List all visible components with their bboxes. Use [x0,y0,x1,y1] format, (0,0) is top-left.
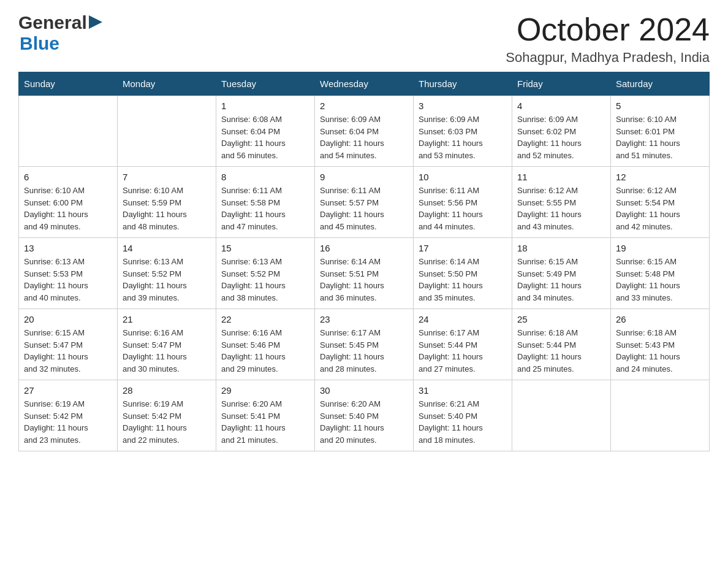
col-thursday: Thursday [414,72,512,96]
day-number: 29 [221,385,309,396]
table-row: 5Sunrise: 6:10 AM Sunset: 6:01 PM Daylig… [611,96,710,167]
calendar-row: 1Sunrise: 6:08 AM Sunset: 6:04 PM Daylig… [19,96,710,167]
day-info: Sunrise: 6:19 AM Sunset: 5:42 PM Dayligh… [123,398,211,446]
day-info: Sunrise: 6:20 AM Sunset: 5:41 PM Dayligh… [221,398,309,446]
calendar-row: 13Sunrise: 6:13 AM Sunset: 5:53 PM Dayli… [19,238,710,309]
day-info: Sunrise: 6:11 AM Sunset: 5:57 PM Dayligh… [320,185,408,232]
table-row [118,96,216,167]
day-info: Sunrise: 6:21 AM Sunset: 5:40 PM Dayligh… [419,398,507,446]
day-number: 23 [320,314,408,324]
table-row: 10Sunrise: 6:11 AM Sunset: 5:56 PM Dayli… [414,167,512,238]
table-row: 31Sunrise: 6:21 AM Sunset: 5:40 PM Dayli… [414,380,512,451]
logo-blue-text: Blue [20,33,59,53]
table-row [611,380,710,451]
day-info: Sunrise: 6:13 AM Sunset: 5:52 PM Dayligh… [123,256,211,304]
day-number: 21 [123,314,211,324]
col-tuesday: Tuesday [216,72,315,96]
day-info: Sunrise: 6:15 AM Sunset: 5:49 PM Dayligh… [517,256,605,304]
day-info: Sunrise: 6:16 AM Sunset: 5:47 PM Dayligh… [123,327,211,375]
logo: General Blue [18,12,102,54]
day-number: 25 [517,314,605,324]
day-info: Sunrise: 6:09 AM Sunset: 6:03 PM Dayligh… [419,113,507,161]
day-info: Sunrise: 6:15 AM Sunset: 5:48 PM Dayligh… [616,256,704,304]
day-number: 14 [123,243,211,253]
table-row: 18Sunrise: 6:15 AM Sunset: 5:49 PM Dayli… [512,238,611,309]
logo-general-text: General [18,12,87,33]
col-saturday: Saturday [611,72,710,96]
day-info: Sunrise: 6:15 AM Sunset: 5:47 PM Dayligh… [24,327,112,375]
table-row: 30Sunrise: 6:20 AM Sunset: 5:40 PM Dayli… [315,380,414,451]
day-info: Sunrise: 6:17 AM Sunset: 5:45 PM Dayligh… [320,327,408,375]
day-number: 4 [517,101,605,111]
table-row: 1Sunrise: 6:08 AM Sunset: 6:04 PM Daylig… [216,96,315,167]
day-number: 10 [419,172,507,182]
day-number: 16 [320,243,408,253]
svg-marker-0 [89,15,102,29]
day-info: Sunrise: 6:11 AM Sunset: 5:58 PM Dayligh… [221,185,309,232]
month-title: October 2024 [506,12,710,47]
col-monday: Monday [118,72,216,96]
day-number: 3 [419,101,507,111]
location-title: Sohagpur, Madhya Pradesh, India [506,50,710,66]
day-info: Sunrise: 6:13 AM Sunset: 5:53 PM Dayligh… [24,256,112,304]
day-number: 24 [419,314,507,324]
day-info: Sunrise: 6:08 AM Sunset: 6:04 PM Dayligh… [221,113,309,161]
table-row: 17Sunrise: 6:14 AM Sunset: 5:50 PM Dayli… [414,238,512,309]
table-row: 21Sunrise: 6:16 AM Sunset: 5:47 PM Dayli… [118,309,216,380]
table-row: 15Sunrise: 6:13 AM Sunset: 5:52 PM Dayli… [216,238,315,309]
day-number: 5 [616,101,704,111]
col-sunday: Sunday [19,72,118,96]
table-row: 22Sunrise: 6:16 AM Sunset: 5:46 PM Dayli… [216,309,315,380]
calendar-table: Sunday Monday Tuesday Wednesday Thursday… [18,72,710,451]
calendar-row: 27Sunrise: 6:19 AM Sunset: 5:42 PM Dayli… [19,380,710,451]
day-number: 17 [419,243,507,253]
day-info: Sunrise: 6:11 AM Sunset: 5:56 PM Dayligh… [419,185,507,232]
day-number: 13 [24,243,112,253]
day-number: 7 [123,172,211,182]
table-row: 29Sunrise: 6:20 AM Sunset: 5:41 PM Dayli… [216,380,315,451]
day-info: Sunrise: 6:10 AM Sunset: 5:59 PM Dayligh… [123,185,211,232]
table-row: 25Sunrise: 6:18 AM Sunset: 5:44 PM Dayli… [512,309,611,380]
day-info: Sunrise: 6:19 AM Sunset: 5:42 PM Dayligh… [24,398,112,446]
table-row [19,96,118,167]
day-number: 27 [24,385,112,396]
day-info: Sunrise: 6:12 AM Sunset: 5:55 PM Dayligh… [517,185,605,232]
day-number: 6 [24,172,112,182]
day-number: 11 [517,172,605,182]
table-row: 16Sunrise: 6:14 AM Sunset: 5:51 PM Dayli… [315,238,414,309]
table-row: 19Sunrise: 6:15 AM Sunset: 5:48 PM Dayli… [611,238,710,309]
day-number: 19 [616,243,704,253]
day-number: 9 [320,172,408,182]
day-info: Sunrise: 6:12 AM Sunset: 5:54 PM Dayligh… [616,185,704,232]
day-number: 8 [221,172,309,182]
table-row: 14Sunrise: 6:13 AM Sunset: 5:52 PM Dayli… [118,238,216,309]
day-info: Sunrise: 6:09 AM Sunset: 6:02 PM Dayligh… [517,113,605,161]
col-wednesday: Wednesday [315,72,414,96]
table-row: 28Sunrise: 6:19 AM Sunset: 5:42 PM Dayli… [118,380,216,451]
table-row: 8Sunrise: 6:11 AM Sunset: 5:58 PM Daylig… [216,167,315,238]
title-area: October 2024 Sohagpur, Madhya Pradesh, I… [506,12,710,66]
table-row: 27Sunrise: 6:19 AM Sunset: 5:42 PM Dayli… [19,380,118,451]
day-number: 15 [221,243,309,253]
day-info: Sunrise: 6:16 AM Sunset: 5:46 PM Dayligh… [221,327,309,375]
header: General Blue October 2024 Sohagpur, Madh… [18,12,710,66]
day-info: Sunrise: 6:17 AM Sunset: 5:44 PM Dayligh… [419,327,507,375]
col-friday: Friday [512,72,611,96]
table-row: 24Sunrise: 6:17 AM Sunset: 5:44 PM Dayli… [414,309,512,380]
day-info: Sunrise: 6:10 AM Sunset: 6:00 PM Dayligh… [24,185,112,232]
day-number: 1 [221,101,309,111]
day-info: Sunrise: 6:20 AM Sunset: 5:40 PM Dayligh… [320,398,408,446]
table-row [512,380,611,451]
day-number: 2 [320,101,408,111]
day-number: 31 [419,385,507,396]
table-row: 20Sunrise: 6:15 AM Sunset: 5:47 PM Dayli… [19,309,118,380]
day-number: 22 [221,314,309,324]
day-number: 12 [616,172,704,182]
table-row: 12Sunrise: 6:12 AM Sunset: 5:54 PM Dayli… [611,167,710,238]
day-info: Sunrise: 6:18 AM Sunset: 5:43 PM Dayligh… [616,327,704,375]
table-row: 9Sunrise: 6:11 AM Sunset: 5:57 PM Daylig… [315,167,414,238]
table-row: 26Sunrise: 6:18 AM Sunset: 5:43 PM Dayli… [611,309,710,380]
header-row: Sunday Monday Tuesday Wednesday Thursday… [19,72,710,96]
table-row: 3Sunrise: 6:09 AM Sunset: 6:03 PM Daylig… [414,96,512,167]
table-row: 2Sunrise: 6:09 AM Sunset: 6:04 PM Daylig… [315,96,414,167]
